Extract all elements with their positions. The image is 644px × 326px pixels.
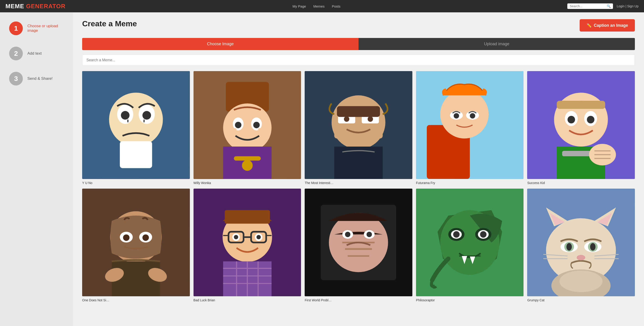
- meme-thumb-most-interesting: [305, 71, 412, 179]
- main-layout: 1 Choose or upload image 2 Add text 3 Se…: [0, 12, 644, 326]
- meme-label-first-world: First World Probl…: [305, 298, 332, 302]
- meme-thumb-inner-firstworld: [305, 189, 412, 296]
- meme-item-futurama-fry[interactable]: Futurama Fry: [416, 71, 524, 185]
- meme-item-y-u-no[interactable]: Y U No: [82, 71, 190, 185]
- step-3-number: 3: [9, 72, 23, 85]
- step-1-number: 1: [9, 22, 23, 35]
- svg-rect-28: [334, 146, 383, 179]
- image-tabs: Choose Image Upload image: [82, 38, 635, 50]
- svg-point-4: [121, 111, 130, 120]
- svg-point-110: [567, 243, 572, 251]
- svg-point-68: [234, 235, 238, 239]
- svg-point-96: [453, 231, 460, 238]
- svg-point-34: [454, 113, 459, 119]
- meme-item-willy-wonka[interactable]: Willy Wonka: [194, 71, 301, 185]
- meme-item-one-does-not[interactable]: One Does Not Si…: [82, 189, 190, 302]
- header-right: 🔍 Login | Sign Up: [567, 4, 638, 9]
- meme-grid: Y U No: [82, 71, 635, 302]
- meme-yu-no-svg: [82, 71, 190, 179]
- logo-meme: Meme: [6, 3, 24, 10]
- meme-boromir-svg: [82, 189, 190, 296]
- meme-firstworld-svg: [305, 189, 412, 296]
- nav-mypage[interactable]: My Page: [292, 4, 306, 8]
- svg-point-41: [587, 116, 594, 123]
- svg-point-26: [368, 116, 373, 122]
- header-search-box: 🔍: [567, 4, 613, 9]
- meme-thumb-bad-luck-brian: [194, 189, 301, 296]
- svg-point-40: [568, 116, 575, 123]
- svg-rect-17: [234, 156, 260, 161]
- step-1-label: Choose or upload image: [28, 24, 68, 33]
- meme-thumb-inner-willy: [194, 71, 301, 179]
- search-icon: 🔍: [607, 4, 611, 8]
- meme-item-first-world[interactable]: First World Probl…: [305, 189, 412, 302]
- meme-label-grumpy-cat: Grumpy Cat: [527, 298, 544, 302]
- svg-rect-60: [224, 210, 270, 224]
- header: Meme Generator My Page Memes Posts 🔍 Log…: [0, 0, 644, 12]
- auth-links: Login | Sign Up: [616, 4, 638, 8]
- meme-thumb-philosoraptor: [416, 189, 524, 296]
- meme-item-grumpy-cat[interactable]: Grumpy Cat: [527, 189, 635, 302]
- meme-fry-svg: [416, 71, 524, 179]
- meme-thumb-willy-wonka: [194, 71, 301, 179]
- page-header: Create a Meme ✏️ Caption an Image: [82, 19, 635, 32]
- logo: Meme Generator: [6, 3, 66, 10]
- meme-thumb-success-kid: [527, 71, 635, 179]
- step-2: 2 Add text: [9, 47, 68, 60]
- pencil-icon: ✏️: [586, 23, 592, 28]
- login-link[interactable]: Login: [616, 4, 624, 8]
- meme-thumb-inner-grumpy: [527, 189, 635, 296]
- sidebar: 1 Choose or upload image 2 Add text 3 Se…: [0, 12, 73, 326]
- svg-point-54: [142, 234, 149, 241]
- tab-upload-image[interactable]: Upload image: [358, 38, 635, 50]
- meme-item-most-interesting[interactable]: The Most Interesti…: [305, 71, 412, 185]
- meme-label-philosoraptor: Philosoraptor: [416, 298, 435, 302]
- meme-thumb-grumpy-cat: [527, 189, 635, 296]
- caption-button[interactable]: ✏️ Caption an Image: [580, 19, 635, 32]
- meme-thumb-inner-badluck: [194, 189, 301, 296]
- meme-label-most-interesting: The Most Interesti…: [305, 181, 334, 185]
- nav-memes[interactable]: Memes: [313, 4, 324, 8]
- nav-posts[interactable]: Posts: [332, 4, 340, 8]
- meme-label-success-kid: Success Kid: [527, 181, 545, 185]
- meme-success-svg: [527, 71, 635, 179]
- svg-point-69: [256, 235, 260, 239]
- meme-label-one-does-not: One Does Not Si…: [82, 298, 109, 302]
- meme-item-success-kid[interactable]: Success Kid: [527, 71, 635, 185]
- svg-point-111: [590, 243, 596, 251]
- svg-point-86: [345, 232, 350, 237]
- svg-point-97: [480, 231, 486, 238]
- meme-philosoraptor-svg: [416, 189, 524, 296]
- header-search-input[interactable]: [570, 4, 606, 8]
- meme-label-willy-wonka: Willy Wonka: [194, 181, 211, 185]
- svg-point-5: [142, 111, 151, 120]
- svg-point-25: [344, 116, 350, 122]
- meme-item-philosoraptor[interactable]: Philosoraptor: [416, 189, 524, 302]
- main-nav: My Page Memes Posts: [292, 4, 340, 8]
- svg-point-11: [223, 103, 271, 152]
- meme-willy-svg: [194, 71, 301, 179]
- step-2-number: 2: [9, 47, 23, 60]
- meme-label-y-u-no: Y U No: [82, 181, 92, 185]
- svg-point-15: [253, 122, 260, 128]
- meme-search-input[interactable]: [82, 55, 635, 66]
- svg-rect-42: [557, 101, 605, 109]
- signup-link[interactable]: Sign Up: [627, 4, 638, 8]
- tab-choose-image[interactable]: Choose Image: [82, 38, 358, 50]
- meme-grumpy-svg: [527, 189, 635, 296]
- step-1: 1 Choose or upload image: [9, 22, 68, 35]
- caption-btn-label: Caption an Image: [594, 23, 628, 28]
- svg-point-18: [242, 160, 253, 171]
- meme-thumb-inner-y-u-no: [82, 71, 190, 179]
- page-title: Create a Meme: [82, 19, 137, 28]
- meme-thumb-inner-interesting: [305, 71, 412, 179]
- main-content: Create a Meme ✏️ Caption an Image Choose…: [73, 12, 644, 326]
- svg-point-31: [440, 90, 488, 138]
- svg-point-112: [577, 255, 585, 260]
- svg-rect-27: [337, 106, 380, 117]
- svg-point-37: [554, 93, 608, 146]
- meme-thumb-inner-fry: [416, 71, 524, 179]
- meme-item-bad-luck-brian[interactable]: Bad Luck Brian: [194, 189, 301, 302]
- step-3: 3 Send & Share!: [9, 72, 68, 85]
- meme-thumb-inner-boromir: [82, 189, 190, 296]
